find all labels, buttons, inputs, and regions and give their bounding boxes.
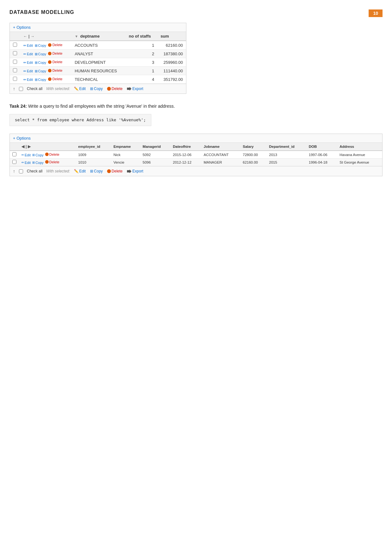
emp-delete-btn[interactable]: Delete bbox=[45, 153, 59, 156]
delete-btn[interactable]: Delete bbox=[48, 60, 63, 64]
col-header-managerid[interactable]: Managerid bbox=[140, 143, 171, 151]
delete-btn[interactable]: Delete bbox=[48, 51, 63, 55]
check-all-label-1[interactable]: Check all bbox=[27, 87, 42, 91]
col-header-actions2: ◀ | ▶ bbox=[19, 143, 76, 151]
delete-label: Delete bbox=[52, 51, 63, 55]
copy-btn[interactable]: ⊞ Copy bbox=[35, 52, 46, 56]
delete-btn[interactable]: Delete bbox=[48, 43, 63, 47]
row-checkbox[interactable] bbox=[10, 67, 20, 75]
nav-right-2[interactable]: ▶ bbox=[28, 144, 31, 149]
emp-copy-icon: ⊞ bbox=[32, 161, 35, 164]
copy-icon: ⊞ bbox=[35, 61, 38, 65]
bulk-copy-btn-1[interactable]: ⊞ Copy bbox=[90, 87, 103, 91]
code-block-24: select * from employee where Address lik… bbox=[9, 114, 151, 126]
bulk-export-btn-2[interactable]: Export bbox=[127, 169, 143, 173]
row-checkbox[interactable] bbox=[10, 50, 20, 58]
delete-circle-icon bbox=[48, 52, 51, 55]
copy-btn[interactable]: ⊞ Copy bbox=[35, 61, 46, 65]
emp-delete-btn[interactable]: Delete bbox=[45, 160, 59, 164]
bulk-copy-btn-2[interactable]: ⊞ Copy bbox=[90, 169, 103, 173]
col-header-address[interactable]: Address bbox=[337, 143, 382, 151]
col-header-dateofhire[interactable]: Dateofhire bbox=[170, 143, 201, 151]
options-link-2[interactable]: + Options bbox=[13, 136, 31, 141]
copy-btn[interactable]: ⊞ Copy bbox=[35, 69, 46, 73]
edit-btn[interactable]: ✏ Edit bbox=[23, 44, 33, 48]
copy-btn[interactable]: ⊞ Copy bbox=[35, 44, 46, 48]
bulk-edit-btn-2[interactable]: ✏️ Edit bbox=[74, 169, 86, 173]
check-all-label-2[interactable]: Check all bbox=[27, 169, 42, 173]
delete-label: Delete bbox=[52, 43, 63, 47]
dept-name-cell: HUMAN RESOURCES bbox=[71, 67, 125, 75]
edit-btn[interactable]: ✏ Edit bbox=[23, 61, 33, 65]
bulk-delete-btn-2[interactable]: Delete bbox=[107, 169, 123, 173]
emp-row-actions: ✏ Edit ⊞ Copy Delete bbox=[19, 159, 76, 166]
col-header-staffs[interactable]: no of staffs bbox=[126, 32, 157, 41]
emp-copy-btn[interactable]: ⊞ Copy bbox=[32, 161, 44, 165]
emp-delete-circle-icon bbox=[45, 153, 49, 156]
row-checkbox[interactable] bbox=[10, 58, 20, 67]
staffs-cell: 1 bbox=[126, 67, 157, 75]
delete-btn[interactable]: Delete bbox=[48, 69, 63, 72]
copy-btn[interactable]: ⊞ Copy bbox=[35, 78, 46, 82]
emp-row-checkbox[interactable] bbox=[10, 151, 19, 159]
panel-options-1[interactable]: + Options bbox=[10, 23, 186, 32]
employee-table-row: ✏ Edit ⊞ Copy Delete 1009 Nick 5092 2015… bbox=[10, 151, 382, 159]
col-header-department-id[interactable]: Department_id bbox=[267, 143, 306, 151]
scroll-up-icon[interactable]: ↑ bbox=[13, 86, 15, 91]
bulk-export-btn-1[interactable]: Export bbox=[127, 87, 143, 91]
emp-copy-btn[interactable]: ⊞ Copy bbox=[32, 153, 44, 157]
employee-table-row: ✏ Edit ⊞ Copy Delete 1010 Vencie 5096 20… bbox=[10, 159, 382, 166]
emp-delete-circle-icon bbox=[45, 160, 49, 164]
col-header-salary[interactable]: Salary bbox=[240, 143, 266, 151]
copy-icon: ⊞ bbox=[35, 44, 38, 48]
sum-cell: 111440.00 bbox=[157, 67, 186, 75]
emp-edit-btn[interactable]: ✏ Edit bbox=[21, 153, 31, 157]
edit-label: Edit bbox=[27, 78, 33, 81]
dept-table-row: ✏ Edit ⊞ Copy Delete TECHNICAL 4 351792.… bbox=[10, 75, 186, 84]
emp-copy-icon: ⊞ bbox=[32, 153, 35, 157]
pencil-icon: ✏ bbox=[23, 44, 26, 48]
dateofhire-cell: 2012-12-12 bbox=[170, 159, 201, 166]
sum-cell: 62160.00 bbox=[157, 41, 186, 50]
edit-btn[interactable]: ✏ Edit bbox=[23, 78, 33, 82]
col-header-employee-id[interactable]: employee_id bbox=[76, 143, 111, 151]
row-checkbox[interactable] bbox=[10, 75, 20, 84]
check-all-checkbox-1[interactable] bbox=[19, 87, 23, 91]
bulk-delete-btn-1[interactable]: Delete bbox=[107, 87, 123, 91]
scroll-up-icon-2[interactable]: ↑ bbox=[13, 169, 15, 174]
dept-table-row: ✏ Edit ⊞ Copy Delete HUMAN RESOURCES 1 1… bbox=[10, 67, 186, 75]
empname-cell: Vencie bbox=[111, 159, 140, 166]
copy-label: Copy bbox=[38, 44, 46, 47]
emp-row-checkbox[interactable] bbox=[10, 159, 19, 166]
delete-btn[interactable]: Delete bbox=[48, 77, 63, 81]
pencil-icon: ✏ bbox=[23, 78, 26, 82]
panel-options-2[interactable]: + Options bbox=[10, 134, 382, 143]
staffs-cell: 1 bbox=[126, 41, 157, 50]
check-all-checkbox-2[interactable] bbox=[19, 169, 23, 173]
nav-left-2[interactable]: ◀ bbox=[21, 144, 24, 149]
pencil-icon: ✏ bbox=[23, 52, 26, 56]
col-header-empname[interactable]: Empname bbox=[111, 143, 140, 151]
col-header-sum[interactable]: sum bbox=[157, 32, 186, 41]
emp-edit-btn[interactable]: ✏ Edit bbox=[21, 161, 31, 165]
row-checkbox[interactable] bbox=[10, 41, 20, 50]
bulk-edit-btn-1[interactable]: ✏️ Edit bbox=[74, 87, 86, 91]
col-header-dob[interactable]: DOB bbox=[306, 143, 337, 151]
options-link-1[interactable]: + Options bbox=[13, 25, 31, 30]
employee-table: ◀ | ▶ employee_id Empname Managerid Date… bbox=[10, 143, 382, 166]
edit-btn[interactable]: ✏ Edit bbox=[23, 69, 33, 73]
col-header-deptname[interactable]: ▼ deptname bbox=[71, 32, 125, 41]
dept-name-cell: TECHNICAL bbox=[71, 75, 125, 84]
emp-copy-label: Copy bbox=[35, 153, 44, 157]
emp-delete-label: Delete bbox=[49, 153, 59, 156]
nav-right[interactable]: → bbox=[31, 34, 34, 39]
salary-cell: 62160.00 bbox=[240, 159, 266, 166]
salary-cell: 72800.00 bbox=[240, 151, 266, 159]
col-header-jobname[interactable]: Jobname bbox=[201, 143, 240, 151]
delete-circle-icon bbox=[48, 60, 51, 64]
nav-left[interactable]: ← bbox=[23, 34, 27, 39]
edit-btn[interactable]: ✏ Edit bbox=[23, 52, 33, 56]
managerid-cell: 5096 bbox=[140, 159, 171, 166]
copy-icon: ⊞ bbox=[35, 69, 38, 73]
with-selected-label-1: With selected: bbox=[46, 87, 70, 91]
